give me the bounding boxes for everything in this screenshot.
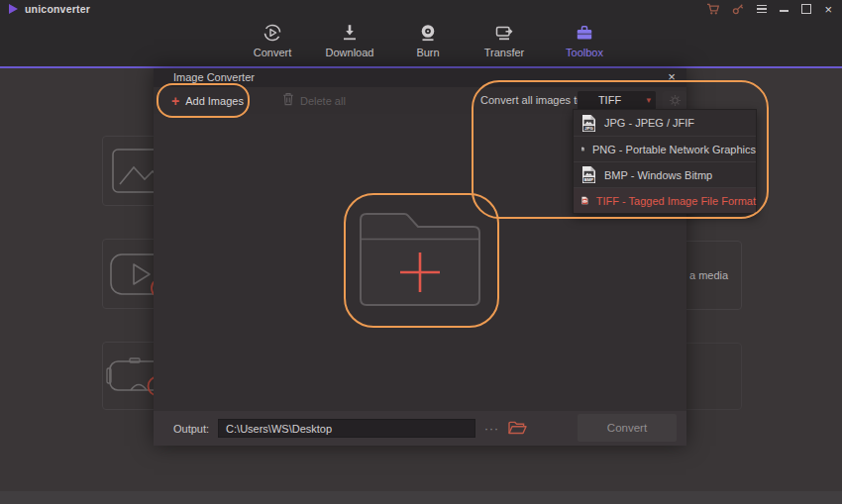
key-icon[interactable] bbox=[732, 2, 744, 16]
output-label: Output: bbox=[173, 423, 209, 435]
output-path-input[interactable] bbox=[218, 419, 475, 438]
convert-all-label: Convert all images to: bbox=[480, 87, 585, 114]
svg-text:BMP: BMP bbox=[584, 177, 594, 182]
format-option-tiff[interactable]: TIFFTIFF - Tagged Image File Format bbox=[574, 187, 756, 213]
toolbox-icon bbox=[574, 22, 595, 44]
cart-icon[interactable] bbox=[706, 2, 719, 16]
dialog-footer: Output: ··· Convert bbox=[154, 411, 686, 446]
tab-toolbox[interactable]: Toolbox bbox=[553, 22, 616, 58]
svg-text:JPG: JPG bbox=[584, 126, 592, 131]
chevron-down-icon: ▾ bbox=[646, 91, 651, 110]
tab-burn-label: Burn bbox=[416, 47, 439, 58]
menu-icon[interactable] bbox=[757, 2, 767, 16]
minimize-icon[interactable] bbox=[780, 2, 789, 16]
tab-convert[interactable]: Convert bbox=[241, 22, 304, 58]
format-option-label: TIFF - Tagged Image File Format bbox=[596, 195, 756, 207]
delete-all-label: Delete all bbox=[300, 95, 346, 107]
file-type-icon: JPG bbox=[581, 114, 596, 133]
tab-download[interactable]: Download bbox=[318, 22, 381, 58]
format-select[interactable]: TIFF ▾ bbox=[578, 91, 656, 110]
gear-icon bbox=[669, 94, 682, 107]
bottom-strip bbox=[0, 491, 842, 504]
format-option-jpg[interactable]: JPGJPG - JPEG / JFIF bbox=[574, 110, 756, 136]
format-option-label: JPG - JPEG / JFIF bbox=[604, 117, 694, 129]
tab-transfer[interactable]: Transfer bbox=[473, 22, 536, 58]
format-option-png[interactable]: PNGPNG - Portable Network Graphics bbox=[574, 136, 756, 161]
download-icon bbox=[339, 22, 361, 44]
convert-button[interactable]: Convert bbox=[578, 414, 677, 442]
maximize-icon[interactable] bbox=[801, 2, 811, 16]
add-images-button[interactable]: + Add Images bbox=[163, 90, 252, 111]
file-type-icon: PNG bbox=[581, 140, 584, 158]
convert-button-label: Convert bbox=[607, 422, 647, 434]
window-close-icon[interactable]: × bbox=[824, 2, 832, 16]
add-folder-icon bbox=[355, 206, 485, 311]
add-images-label: Add Images bbox=[185, 95, 244, 107]
format-select-value: TIFF bbox=[578, 91, 642, 110]
format-option-bmp[interactable]: BMPBMP - Windows Bitmp bbox=[574, 161, 756, 187]
file-type-icon: TIFF bbox=[581, 191, 588, 210]
plus-icon: + bbox=[171, 94, 179, 108]
trash-icon bbox=[282, 92, 294, 110]
convert-icon bbox=[262, 22, 283, 44]
open-folder-icon[interactable] bbox=[508, 421, 527, 436]
file-type-icon: BMP bbox=[581, 165, 596, 184]
delete-all-button[interactable]: Delete all bbox=[282, 90, 346, 111]
format-settings-button[interactable] bbox=[663, 91, 686, 110]
burn-icon bbox=[417, 22, 439, 44]
dialog-header: Image Converter × bbox=[154, 68, 686, 87]
toolbox-card-media-label: a media bbox=[689, 269, 728, 281]
main-nav: Convert Download Burn Transfer Toolbox bbox=[0, 18, 842, 66]
format-dropdown-panel: JPGJPG - JPEG / JFIFPNGPNG - Portable Ne… bbox=[573, 109, 757, 214]
uniconverter-window: uniconverter × Convert Download bbox=[0, 0, 842, 504]
format-option-label: BMP - Windows Bitmp bbox=[604, 169, 712, 181]
app-logo-icon bbox=[9, 4, 18, 14]
tab-burn[interactable]: Burn bbox=[396, 22, 460, 58]
dialog-close-icon[interactable]: × bbox=[663, 68, 681, 87]
tab-convert-label: Convert bbox=[254, 47, 292, 58]
dialog-title: Image Converter bbox=[173, 68, 255, 87]
tab-download-label: Download bbox=[326, 47, 374, 58]
title-bar: uniconverter × bbox=[0, 0, 842, 18]
tab-toolbox-label: Toolbox bbox=[566, 47, 603, 58]
browse-button[interactable]: ··· bbox=[484, 422, 499, 436]
transfer-icon bbox=[493, 22, 515, 44]
app-title: uniconverter bbox=[25, 3, 90, 15]
tab-transfer-label: Transfer bbox=[484, 47, 525, 58]
format-option-label: PNG - Portable Network Graphics bbox=[592, 144, 756, 155]
